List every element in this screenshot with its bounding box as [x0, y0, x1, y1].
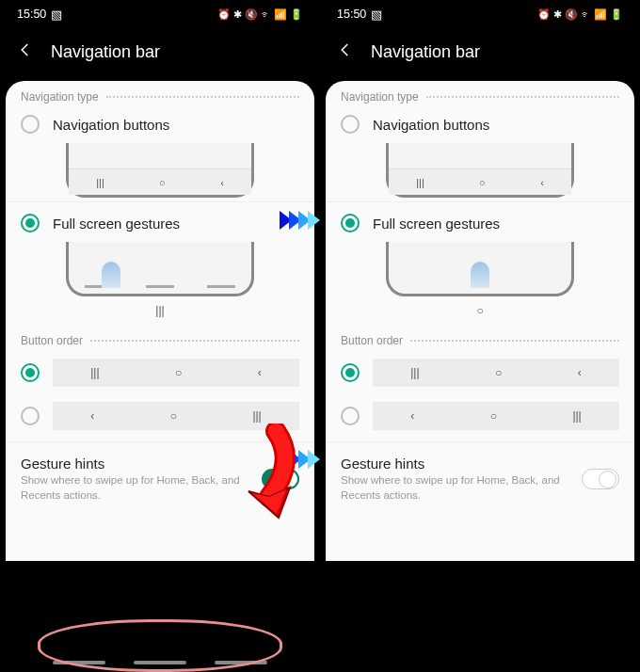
- section-navigation-type: Navigation type: [326, 81, 634, 107]
- screenshot-right: 15:50 ▧ ⏰ ✱ 🔇 ᯤ 📶 🔋 Navigation bar Navig…: [320, 0, 640, 672]
- annotation-arrows-icon: [282, 211, 320, 230]
- gesture-hints-desc: Show where to swipe up for Home, Back, a…: [341, 473, 570, 503]
- preview-nav-buttons: ||| ○ ‹: [326, 143, 634, 198]
- order-preview: |||○‹: [53, 359, 299, 387]
- swipe-thumb-icon: [471, 262, 489, 288]
- device-nav-area: [0, 567, 320, 672]
- wifi-icon: ᯤ: [581, 8, 591, 20]
- status-time: 15:50: [17, 8, 46, 21]
- mute-icon: 🔇: [245, 8, 258, 21]
- signal-icon: 📶: [594, 8, 607, 21]
- gesture-hints-row[interactable]: Gesture hints Show where to swipe up for…: [326, 446, 634, 512]
- settings-card: Navigation type Navigation buttons ||| ○…: [326, 81, 634, 561]
- status-time: 15:50: [337, 8, 366, 21]
- screenshot-left: 15:50 ▧ ⏰ ✱ 🔇 ᯤ 📶 🔋 Navigation bar Navig…: [0, 0, 320, 672]
- option-full-gestures[interactable]: Full screen gestures: [326, 206, 634, 240]
- radio-selected[interactable]: [341, 363, 360, 382]
- header: Navigation bar: [320, 24, 640, 81]
- order-preview: |||○‹: [373, 359, 619, 387]
- home-icon: ○: [479, 177, 486, 188]
- radio-selected[interactable]: [21, 363, 40, 382]
- annotation-circle: [38, 619, 282, 672]
- recents-icon: |||: [96, 177, 104, 188]
- swipe-thumb-icon: [102, 262, 120, 288]
- bluetooth-icon: ✱: [233, 8, 242, 21]
- picture-icon: ▧: [371, 8, 382, 22]
- section-button-order: Button order: [326, 325, 634, 351]
- section-button-order: Button order: [6, 325, 314, 351]
- device-nav-area: [320, 567, 640, 672]
- alarm-icon: ⏰: [217, 8, 231, 21]
- button-order-option-2[interactable]: ‹○|||: [326, 394, 634, 438]
- radio-unselected[interactable]: [341, 407, 360, 425]
- option-label: Navigation buttons: [373, 117, 489, 133]
- option-label: Navigation buttons: [53, 117, 169, 133]
- page-title: Navigation bar: [371, 42, 480, 62]
- option-navigation-buttons[interactable]: Navigation buttons: [326, 107, 634, 141]
- status-bar: 15:50 ▧ ⏰ ✱ 🔇 ᯤ 📶 🔋: [320, 0, 640, 24]
- radio-selected[interactable]: [341, 214, 360, 232]
- preview-caption: ○: [326, 300, 634, 325]
- preview-caption: |||: [6, 300, 314, 325]
- wifi-icon: ᯤ: [261, 8, 271, 20]
- recents-icon: |||: [416, 177, 424, 188]
- button-order-option-1[interactable]: |||○‹: [326, 351, 634, 394]
- back-nav-icon: ‹: [220, 177, 224, 188]
- battery-icon: 🔋: [610, 8, 623, 21]
- radio-unselected[interactable]: [21, 115, 40, 134]
- radio-unselected[interactable]: [341, 115, 360, 134]
- back-icon[interactable]: [337, 41, 354, 62]
- button-order-option-1[interactable]: |||○‹: [6, 351, 314, 394]
- home-icon: ○: [159, 177, 166, 188]
- battery-icon: 🔋: [290, 8, 303, 21]
- header: Navigation bar: [0, 24, 320, 81]
- back-nav-icon: ‹: [540, 177, 544, 188]
- option-navigation-buttons[interactable]: Navigation buttons: [6, 107, 314, 141]
- annotation-red-arrow-icon: [224, 424, 299, 531]
- alarm-icon: ⏰: [537, 8, 551, 21]
- preview-gestures: [6, 242, 314, 296]
- picture-icon: ▧: [51, 8, 62, 22]
- section-navigation-type: Navigation type: [6, 81, 314, 107]
- gesture-hints-toggle[interactable]: [582, 469, 619, 489]
- status-bar: 15:50 ▧ ⏰ ✱ 🔇 ᯤ 📶 🔋: [0, 0, 320, 24]
- preview-nav-buttons: ||| ○ ‹: [6, 143, 314, 198]
- option-label: Full screen gestures: [373, 216, 500, 232]
- radio-unselected[interactable]: [21, 407, 40, 425]
- page-title: Navigation bar: [51, 42, 160, 62]
- signal-icon: 📶: [274, 8, 287, 21]
- back-icon[interactable]: [17, 41, 34, 62]
- option-full-gestures[interactable]: Full screen gestures: [6, 206, 314, 240]
- gesture-hints-title: Gesture hints: [21, 456, 250, 472]
- gesture-hints-title: Gesture hints: [341, 456, 570, 472]
- radio-selected[interactable]: [21, 214, 40, 232]
- order-preview: ‹○|||: [373, 402, 619, 430]
- preview-gestures: [326, 242, 634, 296]
- bluetooth-icon: ✱: [553, 8, 562, 21]
- mute-icon: 🔇: [565, 8, 578, 21]
- option-label: Full screen gestures: [53, 216, 180, 232]
- gesture-hints-desc: Show where to swipe up for Home, Back, a…: [21, 473, 250, 503]
